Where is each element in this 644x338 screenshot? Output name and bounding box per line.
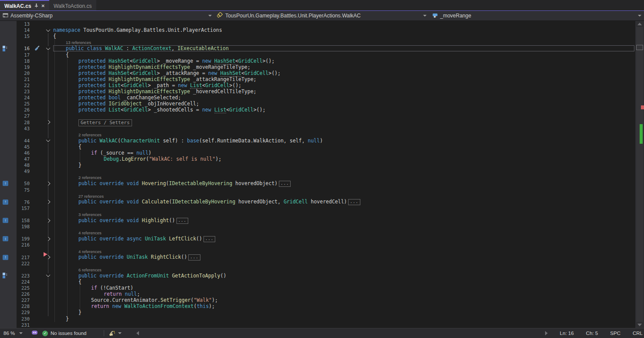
code-line[interactable]: 227Source.CurrentAnimator.SetTrigger("Wa… bbox=[0, 297, 635, 303]
code-line[interactable]: 225if (!CanStart) bbox=[0, 285, 635, 291]
tab-walkac[interactable]: WalkAC.cs ✕ bbox=[0, 0, 49, 11]
codelens-references[interactable]: 4 references bbox=[53, 248, 635, 254]
codelens-references[interactable]: 2 references bbox=[53, 174, 635, 180]
line-indicator[interactable]: Ln: 16 bbox=[554, 331, 580, 336]
fold-toggle[interactable] bbox=[43, 120, 53, 125]
quick-actions-icon[interactable] bbox=[31, 45, 43, 51]
fold-toggle[interactable] bbox=[43, 28, 53, 33]
scroll-up-arrow-icon[interactable] bbox=[637, 23, 642, 25]
fold-toggle[interactable] bbox=[43, 181, 53, 186]
code-lens-row[interactable]: 2 references bbox=[0, 132, 635, 138]
code-line[interactable]: ↑76public override void Calculate(IDetec… bbox=[0, 199, 635, 205]
fold-toggle[interactable] bbox=[43, 237, 53, 241]
code-line[interactable]: 28Getters / Setters bbox=[0, 119, 635, 125]
code-line[interactable]: 13 bbox=[0, 21, 635, 27]
code-line[interactable]: 45{ bbox=[0, 144, 635, 150]
codelens-references[interactable]: 27 references bbox=[53, 193, 635, 199]
code-line[interactable]: 47Debug.LogError("WalkAC: self is null")… bbox=[0, 156, 635, 162]
code-line[interactable]: 26protected List<GridCell> _shootedCells… bbox=[0, 107, 635, 113]
code-line[interactable]: 21protected HighlightDynamicEffectsType … bbox=[0, 76, 635, 82]
override-glyph-icon[interactable]: ↑ bbox=[0, 218, 17, 223]
scroll-down-arrow-icon[interactable] bbox=[637, 324, 642, 326]
override-glyph-icon[interactable]: ↕ bbox=[0, 255, 17, 260]
code-lens-row[interactable]: 6 references bbox=[0, 267, 635, 273]
code-line[interactable]: 43 bbox=[0, 125, 635, 132]
collapsed-body-box[interactable]: ... bbox=[188, 254, 200, 260]
codelens-references[interactable]: 3 references bbox=[53, 211, 635, 217]
code-line[interactable]: ↕223public override ActionFromUnit GetAc… bbox=[0, 273, 635, 279]
tab-walktoaction[interactable]: WalkToAction.cs bbox=[49, 0, 96, 11]
hscroll-left-arrow-icon[interactable] bbox=[136, 331, 139, 335]
code-lens-row[interactable]: 13 references bbox=[0, 39, 635, 45]
codelens-references[interactable]: 13 references bbox=[53, 39, 635, 45]
codelens-references[interactable]: 6 references bbox=[53, 267, 635, 273]
code-line[interactable]: ↑50public override void Hovering(IDetect… bbox=[0, 180, 635, 186]
fold-toggle[interactable] bbox=[43, 138, 53, 143]
code-line[interactable]: 48} bbox=[0, 162, 635, 168]
code-line[interactable]: 75 bbox=[0, 187, 635, 193]
hscroll-right-arrow-icon[interactable] bbox=[545, 331, 548, 335]
code-line[interactable]: 25protected IGridObject _objInHoveredCel… bbox=[0, 101, 635, 107]
override-glyph-icon[interactable]: ↕ bbox=[0, 236, 17, 241]
code-line[interactable]: 18protected HashSet<GridCell> _moveRange… bbox=[0, 58, 635, 64]
collapsed-body-box[interactable]: ... bbox=[348, 199, 360, 205]
code-line[interactable]: 224{ bbox=[0, 279, 635, 285]
spaces-indicator[interactable]: SPC bbox=[604, 331, 627, 336]
codelens-references[interactable]: 2 references bbox=[53, 132, 635, 138]
code-lens-row[interactable]: 2 references bbox=[0, 174, 635, 180]
code-line[interactable]: 44public WalkAC(CharacterUnit self) : ba… bbox=[0, 138, 635, 144]
code-line[interactable]: ↑158public override void Highlight()... bbox=[0, 217, 635, 223]
code-line[interactable]: 22protected List<GridCell> _path = new L… bbox=[0, 82, 635, 88]
code-line[interactable]: 27 bbox=[0, 113, 635, 119]
code-line[interactable]: 14namespace TousPourUn.Gameplay.Battles.… bbox=[0, 27, 635, 33]
vertical-scrollbar[interactable] bbox=[635, 21, 644, 328]
code-line[interactable]: ↕199public override async UniTask LeftCl… bbox=[0, 236, 635, 242]
collapsed-region-label[interactable]: Getters / Setters bbox=[78, 119, 132, 126]
code-line[interactable]: 23protected HighlightDynamicEffectsType … bbox=[0, 88, 635, 95]
code-line[interactable]: ↕16public class WalkAC : ActionContext, … bbox=[0, 45, 635, 51]
code-line[interactable]: 49 bbox=[0, 168, 635, 174]
member-dropdown[interactable]: ✱ _moveRange bbox=[429, 11, 644, 20]
override-glyph-icon[interactable]: ↑ bbox=[0, 181, 17, 186]
fold-toggle[interactable] bbox=[43, 273, 53, 278]
code-line[interactable]: 226return null; bbox=[0, 291, 635, 297]
code-line[interactable]: 20protected HashSet<GridCell> _attackRan… bbox=[0, 70, 635, 76]
copilot-status-icon[interactable] bbox=[31, 330, 38, 336]
code-line[interactable]: 157 bbox=[0, 205, 635, 211]
fold-toggle[interactable] bbox=[43, 218, 53, 223]
code-line[interactable]: ↕217public override UniTask RightClick()… bbox=[0, 254, 635, 260]
override-glyph-icon[interactable]: ↕ bbox=[0, 46, 17, 51]
code-line[interactable]: 198 bbox=[0, 223, 635, 230]
code-line[interactable]: 24protected bool _canChangeSelected; bbox=[0, 95, 635, 101]
scrollbar-thumb[interactable] bbox=[636, 27, 643, 322]
code-line[interactable]: 231 bbox=[0, 322, 635, 328]
code-line[interactable]: 15{ bbox=[0, 33, 635, 39]
code-lens-row[interactable]: 4 references bbox=[0, 248, 635, 254]
collapsed-body-box[interactable]: ... bbox=[203, 236, 215, 242]
issues-indicator[interactable]: ✓ No issues found bbox=[42, 331, 86, 336]
code-lens-row[interactable]: 3 references bbox=[0, 211, 635, 217]
fold-toggle[interactable] bbox=[43, 255, 53, 260]
zoom-dropdown[interactable]: 86 % bbox=[0, 331, 30, 336]
pin-icon[interactable] bbox=[34, 3, 39, 9]
code-cleanup-icon[interactable] bbox=[108, 330, 122, 337]
type-dropdown[interactable]: TousPourUn.Gameplay.Battles.Unit.PlayerA… bbox=[214, 11, 429, 20]
codelens-references[interactable]: 4 references bbox=[53, 230, 635, 236]
override-glyph-icon[interactable]: ↑ bbox=[0, 199, 17, 205]
code-lens-row[interactable]: 4 references bbox=[0, 230, 635, 236]
code-editor[interactable]: 1314namespace TousPourUn.Gameplay.Battle… bbox=[0, 21, 644, 328]
code-line[interactable]: 46if (_source == null) bbox=[0, 150, 635, 156]
project-dropdown[interactable]: Assembly-CSharp bbox=[0, 11, 214, 20]
eol-indicator[interactable]: CRL bbox=[627, 331, 644, 336]
override-glyph-icon[interactable]: ↕ bbox=[0, 273, 17, 278]
collapsed-body-box[interactable]: ... bbox=[176, 218, 188, 224]
close-icon[interactable]: ✕ bbox=[41, 4, 45, 8]
code-line[interactable]: 17{ bbox=[0, 51, 635, 57]
code-line[interactable]: 216 bbox=[0, 242, 635, 248]
collapsed-body-box[interactable]: ... bbox=[279, 181, 291, 187]
fold-toggle[interactable] bbox=[43, 199, 53, 204]
code-line[interactable]: 222 bbox=[0, 260, 635, 267]
code-line[interactable]: 228return new WalkToActionFromContext(th… bbox=[0, 303, 635, 309]
code-line[interactable]: 19protected HighlightDynamicEffectsType … bbox=[0, 64, 635, 70]
fold-toggle[interactable] bbox=[43, 46, 53, 51]
